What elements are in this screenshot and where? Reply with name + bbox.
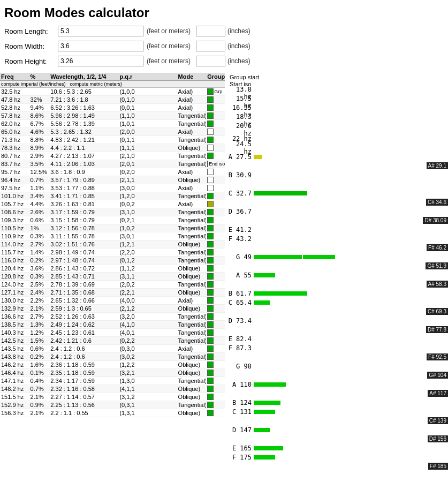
room-width-input[interactable]: [58, 41, 143, 51]
cell-group[interactable]: End iso: [206, 160, 225, 168]
cell-group[interactable]: [206, 361, 225, 368]
cell-mode: Axial): [177, 345, 207, 352]
room-length-inches-input[interactable]: [196, 26, 225, 36]
cell-group[interactable]: [206, 200, 225, 208]
cell-group[interactable]: [206, 120, 225, 127]
room-height-inches-input[interactable]: [196, 56, 225, 66]
cell-group[interactable]: [206, 216, 225, 224]
cell-group[interactable]: [206, 321, 225, 328]
note-row: E 82.4: [227, 335, 448, 343]
cell-group[interactable]: [206, 273, 225, 280]
group-checkbox[interactable]: [207, 313, 214, 320]
group-checkbox[interactable]: [207, 169, 214, 175]
cell-group[interactable]: [206, 297, 225, 304]
cell-freq: 120.8 hz: [0, 273, 29, 280]
group-checkbox[interactable]: [207, 225, 214, 231]
cell-group[interactable]: [206, 337, 225, 344]
group-checkbox[interactable]: [207, 112, 214, 119]
group-checkbox[interactable]: [207, 217, 214, 223]
group-checkbox[interactable]: [207, 185, 214, 191]
cell-group[interactable]: [206, 401, 225, 409]
note-row: A# 117: [227, 389, 448, 398]
cell-group[interactable]: [206, 289, 225, 296]
cell-group[interactable]: [206, 385, 225, 393]
cell-group[interactable]: [206, 265, 225, 272]
cell-group[interactable]: [206, 184, 225, 192]
group-checkbox[interactable]: [207, 96, 214, 103]
group-checkbox[interactable]: [207, 257, 214, 263]
group-checkbox[interactable]: [207, 177, 214, 183]
group-checkbox[interactable]: [207, 394, 214, 400]
cell-group[interactable]: [206, 313, 225, 320]
group-checkbox[interactable]: [207, 145, 214, 151]
group-checkbox[interactable]: [207, 233, 214, 239]
cell-group[interactable]: [206, 208, 225, 216]
group-checkbox[interactable]: [207, 386, 214, 392]
group-checkbox[interactable]: [207, 129, 214, 135]
cell-group[interactable]: [206, 104, 225, 111]
group-checkbox[interactable]: [207, 353, 214, 360]
group-checkbox[interactable]: [207, 337, 214, 344]
group-checkbox[interactable]: [207, 121, 214, 127]
note-row: 18.3 hz: [227, 116, 448, 125]
table-row: 83.7 hz 3.5% 4.11 : 2.06 : 1.03 (2,0,1 T…: [0, 160, 225, 168]
group-checkbox[interactable]: [207, 410, 214, 416]
group-checkbox[interactable]: [207, 289, 214, 296]
group-checkbox[interactable]: [207, 201, 214, 207]
room-width-inches-input[interactable]: [196, 41, 225, 51]
cell-group[interactable]: [206, 369, 225, 376]
cell-group[interactable]: [206, 281, 225, 288]
group-checkbox[interactable]: [207, 88, 214, 95]
group-checkbox[interactable]: [207, 321, 214, 328]
cell-group[interactable]: [206, 409, 225, 417]
group-checkbox[interactable]: [207, 265, 214, 272]
cell-group[interactable]: [206, 112, 225, 119]
cell-group[interactable]: [206, 144, 225, 152]
group-checkbox[interactable]: [207, 273, 214, 280]
cell-group[interactable]: [206, 329, 225, 336]
group-checkbox[interactable]: [207, 209, 214, 215]
group-checkbox[interactable]: [207, 345, 214, 352]
group-checkbox[interactable]: [207, 104, 214, 111]
cell-group[interactable]: [206, 192, 225, 200]
group-checkbox[interactable]: [207, 281, 214, 288]
cell-group[interactable]: [206, 377, 225, 385]
room-height-input[interactable]: [58, 56, 143, 66]
sub-header-metric[interactable]: compute metric (meters): [69, 81, 124, 87]
cell-group[interactable]: [206, 353, 225, 360]
cell-group[interactable]: [206, 128, 225, 135]
group-checkbox[interactable]: [207, 370, 214, 376]
group-checkbox[interactable]: [207, 305, 214, 312]
group-checkbox[interactable]: [207, 193, 214, 199]
group-checkbox[interactable]: [207, 362, 214, 368]
cell-group[interactable]: [206, 257, 225, 264]
cell-group[interactable]: [206, 232, 225, 240]
cell-mode: Axial): [177, 88, 207, 95]
cell-group[interactable]: [206, 224, 225, 232]
cell-pct: 2.4%: [29, 289, 50, 296]
cell-group[interactable]: [206, 248, 225, 256]
cell-group[interactable]: Grp: [206, 88, 225, 95]
cell-group[interactable]: [206, 152, 225, 160]
cell-group[interactable]: [206, 240, 225, 248]
cell-group[interactable]: [206, 305, 225, 312]
cell-group[interactable]: [206, 96, 225, 103]
cell-group[interactable]: [206, 168, 225, 176]
group-checkbox[interactable]: [207, 402, 214, 408]
sub-header-imperial[interactable]: compute imperial (feet/inches): [0, 81, 67, 87]
group-checkbox[interactable]: [207, 241, 214, 247]
group-checkbox[interactable]: [207, 329, 214, 336]
group-checkbox[interactable]: [207, 249, 214, 255]
group-checkbox[interactable]: [207, 137, 214, 143]
freq-bar: [254, 401, 280, 405]
cell-group[interactable]: [206, 393, 225, 401]
group-checkbox[interactable]: [207, 378, 214, 384]
cell-mode: Oblique): [177, 176, 207, 184]
group-checkbox[interactable]: [207, 153, 214, 159]
group-checkbox[interactable]: [207, 297, 214, 304]
room-length-input[interactable]: [58, 26, 143, 36]
cell-group[interactable]: [206, 345, 225, 352]
group-checkbox[interactable]: [207, 161, 208, 167]
cell-group[interactable]: [206, 176, 225, 184]
cell-group[interactable]: [206, 136, 225, 144]
